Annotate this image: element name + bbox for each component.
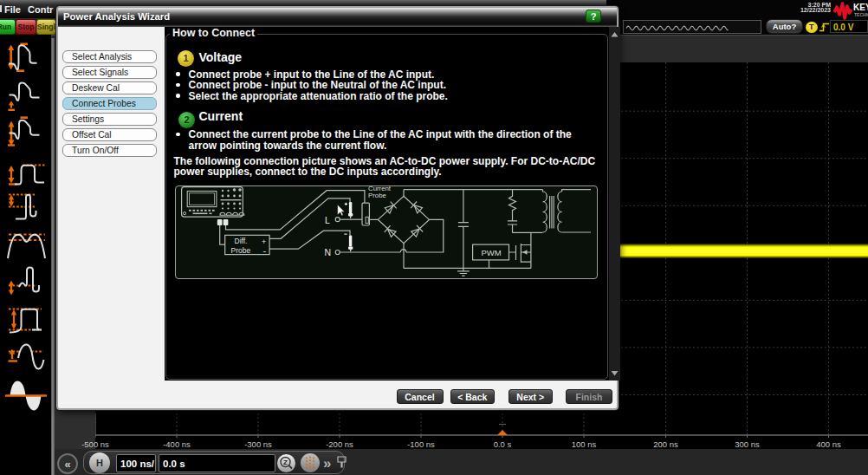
svg-text:N: N xyxy=(325,247,332,257)
svg-text:-: - xyxy=(263,244,267,255)
svg-text:Probe: Probe xyxy=(231,245,251,254)
svg-text:L: L xyxy=(325,214,330,224)
svg-text:Probe: Probe xyxy=(368,192,386,199)
svg-text:Z: Z xyxy=(283,459,288,466)
svg-text:Diff.: Diff. xyxy=(235,237,248,245)
svg-text:PWM: PWM xyxy=(482,248,502,257)
